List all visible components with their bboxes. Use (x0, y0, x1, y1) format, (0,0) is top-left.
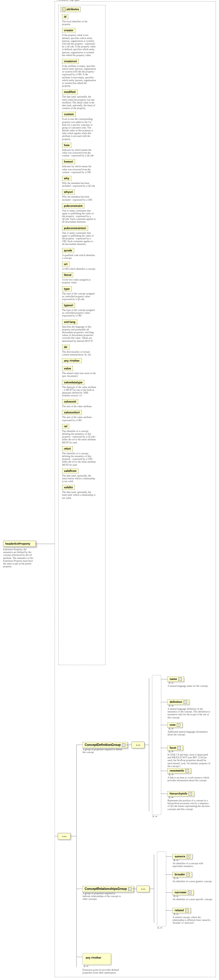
attribute-desc: One or many constraints that apply to pu… (62, 232, 96, 246)
group-label: ConceptRelationshipsGroup (85, 887, 127, 891)
attribute-desc: The identifier of a concept defining the… (62, 430, 96, 444)
expand-icon[interactable]: + (178, 678, 182, 681)
type-label: Flex2ExtPropType (56, 0, 81, 1)
connector (76, 745, 83, 745)
attribute-why: why (62, 176, 71, 181)
sequence-compositor (58, 833, 71, 840)
expand-icon[interactable]: + (177, 746, 181, 749)
attribute-xml-lang: xml:lang (62, 320, 77, 325)
attribute-valueunituri: valueunituri (62, 410, 82, 415)
attribute-desc: The date (and, optionally, the time) whe… (62, 95, 96, 110)
occurrence: 0..∞ (169, 705, 173, 707)
child-desc: In NAR 1.8 and later, facet is deprecate… (168, 753, 211, 768)
connector (76, 745, 77, 967)
child-desc: An identifier of a more generic concept. (173, 880, 213, 883)
attribute-desc: A qualified code which identifies a conc… (62, 254, 96, 259)
expand-icon[interactable]: + (189, 792, 192, 795)
child-desc: A natural language name for the concept. (168, 685, 211, 687)
expand-icon[interactable]: + (187, 855, 190, 858)
attribute-dir: dir (62, 345, 69, 350)
child-broader: broader+ (173, 872, 192, 877)
expand-icon[interactable]: □ (128, 888, 131, 891)
attribute-desc: Why the metadata has been included - exp… (62, 196, 96, 201)
attribute-literal: literal (62, 272, 73, 277)
attribute-validfrom: validfrom (62, 468, 78, 473)
expand-icon[interactable]: + (185, 769, 189, 773)
attribute-desc: The datatype of the value attribute – it… (62, 386, 96, 397)
concept-definition-group: ConceptDefinitionGroup□ (83, 742, 128, 748)
attribute-validto: validto (62, 485, 75, 490)
switch-frame (152, 675, 161, 815)
switch-frame (157, 851, 166, 926)
child-definition: definition+ (168, 700, 189, 705)
attribute-desc: The type of the concept assigned as cont… (62, 309, 96, 317)
attribute-how: how (62, 143, 71, 148)
attribute-rel: rel (62, 424, 69, 429)
attribute-modified: modified (62, 89, 78, 94)
child-remoteinfo: remoteInfo+ (168, 768, 191, 773)
occurrence: 0..∞ (169, 750, 173, 753)
attribute-custom: custom (62, 112, 76, 117)
attribute-howuri: howuri (62, 159, 75, 164)
attribute-desc: If the property value is not defined, sp… (62, 34, 96, 57)
group-label: ConceptDefinitionGroup (85, 743, 121, 746)
expand-icon[interactable]: □ (122, 743, 125, 747)
attributes-column: idThe local identifier of the property.c… (62, 14, 99, 502)
attribute-valuedatatype: valuedatatype (62, 380, 85, 385)
occurrence: 0..∞ (169, 796, 173, 799)
expand-icon[interactable]: + (177, 723, 180, 727)
concept-relationships-group: ConceptRelationshipsGroup□ (83, 886, 134, 892)
connector (161, 725, 168, 725)
attribute-desc: The identifier of a concept defining the… (62, 452, 96, 466)
connector (161, 702, 168, 702)
attribute-desc: If the attribute is empty, specifies whi… (62, 65, 96, 88)
attribute-id: id (62, 14, 68, 19)
occurrence: 0..∞ (84, 965, 88, 967)
occurrence: 0..∞ (158, 926, 162, 929)
occurrence: 0..∞ (169, 773, 173, 776)
any-other-desc: Extension point for provider-defined pro… (83, 969, 126, 974)
attribute-desc: The type of the concept assigned as cont… (62, 292, 96, 301)
child-sameas: sameAs+ (173, 854, 192, 859)
diagram-canvas: Flex2ExtPropType headerExtProperty Exten… (0, 0, 219, 980)
connector (150, 889, 154, 889)
attribute-desc: The date (and, optionally, the time) aft… (62, 491, 96, 500)
child-desc: Additional natural language information … (168, 730, 211, 736)
attribute-valueunit: valueunit (62, 399, 78, 404)
connector (161, 794, 168, 794)
attribute-desc: The unit of the value attribute. (62, 405, 96, 408)
concept-rel-desc: A group of properties required to indica… (83, 892, 123, 901)
connector (35, 544, 54, 544)
attribute-creatoruri: creatoruri (62, 59, 79, 64)
child-note: note+ (168, 722, 182, 728)
attributes-header: −attributes (61, 7, 81, 12)
connector (154, 854, 154, 923)
child-desc: An identifier of a concept with equivale… (173, 862, 213, 868)
child-desc: A link to an item or a web resource whic… (168, 776, 211, 782)
connector (166, 856, 173, 857)
attribute-creator: creator (62, 28, 75, 33)
attribute-desc: If set to true the corresponding propert… (62, 118, 96, 141)
connector (76, 889, 83, 889)
attribute-desc: Indicates by which means the value was e… (62, 149, 96, 157)
connector (145, 745, 149, 745)
attribute-desc: The unit of the value attribute - expres… (62, 416, 96, 422)
attribute-desc: One or many constraints that apply to pu… (62, 209, 96, 224)
expand-icon[interactable]: + (185, 909, 189, 912)
attribute-pubconstraint: pubconstraint (62, 204, 85, 208)
attribute-typeuri: typeuri (62, 303, 75, 308)
occurrence: 0..∞ (174, 859, 178, 862)
attribute-desc: A free-text value assigned as property v… (62, 278, 96, 284)
attribute-desc: A URI which identifies a concept. (62, 267, 96, 270)
child-name: name+ (168, 676, 184, 682)
expand-icon[interactable]: + (184, 700, 187, 704)
attribute-uri: uri (62, 262, 69, 267)
sequence-compositor (136, 886, 150, 892)
expand-icon[interactable]: + (188, 891, 192, 894)
attribute-qcode: qcode (62, 248, 74, 253)
root-element: headerExtProperty (3, 541, 36, 547)
occurrence: 0..∞ (174, 877, 178, 880)
expand-icon[interactable]: + (186, 873, 190, 876)
occurrence: 0..∞ (169, 681, 173, 684)
attribute-whyuri: whyuri (62, 189, 75, 194)
